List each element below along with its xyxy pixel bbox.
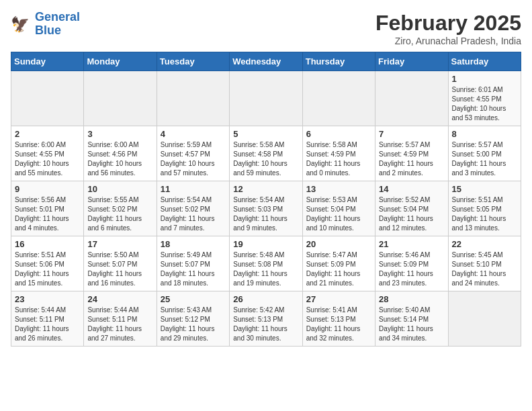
day-number: 20	[306, 239, 371, 249]
day-number: 2	[15, 129, 80, 139]
day-info: Sunrise: 5:45 AM Sunset: 5:10 PM Dayligh…	[452, 250, 517, 288]
calendar-cell	[448, 291, 521, 347]
day-info: Sunrise: 6:00 AM Sunset: 4:55 PM Dayligh…	[15, 140, 80, 178]
calendar-cell: 19Sunrise: 5:48 AM Sunset: 5:08 PM Dayli…	[230, 236, 302, 291]
day-number: 25	[161, 294, 226, 304]
day-info: Sunrise: 5:59 AM Sunset: 4:57 PM Dayligh…	[161, 140, 226, 178]
day-number: 26	[233, 294, 298, 304]
calendar-cell: 27Sunrise: 5:41 AM Sunset: 5:13 PM Dayli…	[302, 291, 375, 347]
calendar-week-row: 23Sunrise: 5:44 AM Sunset: 5:11 PM Dayli…	[11, 291, 521, 347]
day-number: 12	[233, 184, 298, 194]
day-number: 13	[306, 184, 371, 194]
calendar-cell: 22Sunrise: 5:45 AM Sunset: 5:10 PM Dayli…	[448, 236, 521, 291]
day-info: Sunrise: 5:58 AM Sunset: 4:59 PM Dayligh…	[306, 140, 371, 178]
calendar-cell: 25Sunrise: 5:43 AM Sunset: 5:12 PM Dayli…	[157, 291, 229, 347]
calendar-cell: 20Sunrise: 5:47 AM Sunset: 5:09 PM Dayli…	[302, 236, 375, 291]
calendar-cell: 1Sunrise: 6:01 AM Sunset: 4:55 PM Daylig…	[448, 71, 521, 126]
day-info: Sunrise: 5:55 AM Sunset: 5:02 PM Dayligh…	[87, 195, 152, 233]
calendar-week-row: 1Sunrise: 6:01 AM Sunset: 4:55 PM Daylig…	[11, 71, 521, 126]
day-info: Sunrise: 5:51 AM Sunset: 5:05 PM Dayligh…	[452, 195, 517, 233]
day-number: 23	[15, 294, 80, 304]
logo-text: General Blue	[35, 11, 80, 38]
day-number: 17	[87, 239, 152, 249]
day-number: 28	[379, 294, 444, 304]
calendar-cell: 16Sunrise: 5:51 AM Sunset: 5:06 PM Dayli…	[11, 236, 84, 291]
day-info: Sunrise: 6:01 AM Sunset: 4:55 PM Dayligh…	[452, 85, 517, 123]
calendar-cell	[84, 71, 157, 126]
day-number: 7	[379, 129, 444, 139]
page-header: 🦅 General Blue February 2025 Ziro, Aruna…	[11, 11, 521, 46]
day-info: Sunrise: 5:52 AM Sunset: 5:04 PM Dayligh…	[379, 195, 444, 233]
day-info: Sunrise: 5:44 AM Sunset: 5:11 PM Dayligh…	[87, 306, 152, 343]
calendar-cell: 4Sunrise: 5:59 AM Sunset: 4:57 PM Daylig…	[157, 126, 229, 181]
day-info: Sunrise: 5:46 AM Sunset: 5:09 PM Dayligh…	[379, 250, 444, 288]
calendar-cell	[230, 71, 302, 126]
day-number: 15	[452, 184, 517, 194]
day-info: Sunrise: 5:53 AM Sunset: 5:04 PM Dayligh…	[306, 195, 371, 233]
calendar-cell: 18Sunrise: 5:49 AM Sunset: 5:07 PM Dayli…	[157, 236, 229, 291]
calendar-cell: 21Sunrise: 5:46 AM Sunset: 5:09 PM Dayli…	[375, 236, 448, 291]
calendar-week-row: 9Sunrise: 5:56 AM Sunset: 5:01 PM Daylig…	[11, 181, 521, 236]
day-info: Sunrise: 5:47 AM Sunset: 5:09 PM Dayligh…	[306, 250, 371, 288]
weekday-header: Wednesday	[230, 52, 302, 71]
day-info: Sunrise: 5:42 AM Sunset: 5:13 PM Dayligh…	[233, 306, 298, 343]
day-info: Sunrise: 5:40 AM Sunset: 5:14 PM Dayligh…	[379, 306, 444, 343]
day-number: 4	[161, 129, 226, 139]
calendar-header-row: SundayMondayTuesdayWednesdayThursdayFrid…	[11, 52, 521, 71]
day-number: 16	[15, 239, 80, 249]
day-info: Sunrise: 5:57 AM Sunset: 5:00 PM Dayligh…	[452, 140, 517, 178]
day-number: 27	[306, 294, 371, 304]
svg-text:🦅: 🦅	[11, 15, 30, 34]
calendar-cell: 5Sunrise: 5:58 AM Sunset: 4:58 PM Daylig…	[230, 126, 302, 181]
calendar-week-row: 2Sunrise: 6:00 AM Sunset: 4:55 PM Daylig…	[11, 126, 521, 181]
calendar-cell: 14Sunrise: 5:52 AM Sunset: 5:04 PM Dayli…	[375, 181, 448, 236]
title-block: February 2025 Ziro, Arunachal Pradesh, I…	[375, 11, 521, 46]
calendar-cell: 10Sunrise: 5:55 AM Sunset: 5:02 PM Dayli…	[84, 181, 157, 236]
logo-icon: 🦅	[11, 13, 32, 35]
day-info: Sunrise: 5:54 AM Sunset: 5:03 PM Dayligh…	[233, 195, 298, 233]
calendar-week-row: 16Sunrise: 5:51 AM Sunset: 5:06 PM Dayli…	[11, 236, 521, 291]
calendar-cell	[302, 71, 375, 126]
calendar-cell: 12Sunrise: 5:54 AM Sunset: 5:03 PM Dayli…	[230, 181, 302, 236]
location: Ziro, Arunachal Pradesh, India	[375, 36, 521, 46]
calendar-cell: 28Sunrise: 5:40 AM Sunset: 5:14 PM Dayli…	[375, 291, 448, 347]
calendar-table: SundayMondayTuesdayWednesdayThursdayFrid…	[11, 52, 521, 347]
calendar-cell: 17Sunrise: 5:50 AM Sunset: 5:07 PM Dayli…	[84, 236, 157, 291]
calendar-cell	[375, 71, 448, 126]
logo: 🦅 General Blue	[11, 11, 80, 38]
calendar-cell	[157, 71, 229, 126]
weekday-header: Thursday	[302, 52, 375, 71]
day-number: 14	[379, 184, 444, 194]
month-title: February 2025	[375, 11, 521, 36]
weekday-header: Tuesday	[157, 52, 229, 71]
day-info: Sunrise: 5:49 AM Sunset: 5:07 PM Dayligh…	[161, 250, 226, 288]
day-info: Sunrise: 6:00 AM Sunset: 4:56 PM Dayligh…	[87, 140, 152, 178]
day-number: 21	[379, 239, 444, 249]
day-info: Sunrise: 5:57 AM Sunset: 4:59 PM Dayligh…	[379, 140, 444, 178]
day-info: Sunrise: 5:50 AM Sunset: 5:07 PM Dayligh…	[87, 250, 152, 288]
calendar-cell: 8Sunrise: 5:57 AM Sunset: 5:00 PM Daylig…	[448, 126, 521, 181]
weekday-header: Friday	[375, 52, 448, 71]
day-number: 9	[15, 184, 80, 194]
calendar-cell: 13Sunrise: 5:53 AM Sunset: 5:04 PM Dayli…	[302, 181, 375, 236]
day-info: Sunrise: 5:43 AM Sunset: 5:12 PM Dayligh…	[161, 306, 226, 343]
weekday-header: Saturday	[448, 52, 521, 71]
calendar-cell: 2Sunrise: 6:00 AM Sunset: 4:55 PM Daylig…	[11, 126, 84, 181]
calendar-cell: 24Sunrise: 5:44 AM Sunset: 5:11 PM Dayli…	[84, 291, 157, 347]
calendar-cell: 11Sunrise: 5:54 AM Sunset: 5:02 PM Dayli…	[157, 181, 229, 236]
calendar-cell: 9Sunrise: 5:56 AM Sunset: 5:01 PM Daylig…	[11, 181, 84, 236]
weekday-header: Sunday	[11, 52, 84, 71]
calendar-cell: 6Sunrise: 5:58 AM Sunset: 4:59 PM Daylig…	[302, 126, 375, 181]
day-info: Sunrise: 5:54 AM Sunset: 5:02 PM Dayligh…	[161, 195, 226, 233]
calendar-cell: 7Sunrise: 5:57 AM Sunset: 4:59 PM Daylig…	[375, 126, 448, 181]
day-number: 5	[233, 129, 298, 139]
calendar-cell: 15Sunrise: 5:51 AM Sunset: 5:05 PM Dayli…	[448, 181, 521, 236]
day-number: 3	[87, 129, 152, 139]
day-info: Sunrise: 5:44 AM Sunset: 5:11 PM Dayligh…	[15, 306, 80, 343]
day-number: 8	[452, 129, 517, 139]
calendar-cell	[11, 71, 84, 126]
calendar-cell: 26Sunrise: 5:42 AM Sunset: 5:13 PM Dayli…	[230, 291, 302, 347]
day-number: 18	[161, 239, 226, 249]
calendar-cell: 23Sunrise: 5:44 AM Sunset: 5:11 PM Dayli…	[11, 291, 84, 347]
calendar-cell: 3Sunrise: 6:00 AM Sunset: 4:56 PM Daylig…	[84, 126, 157, 181]
